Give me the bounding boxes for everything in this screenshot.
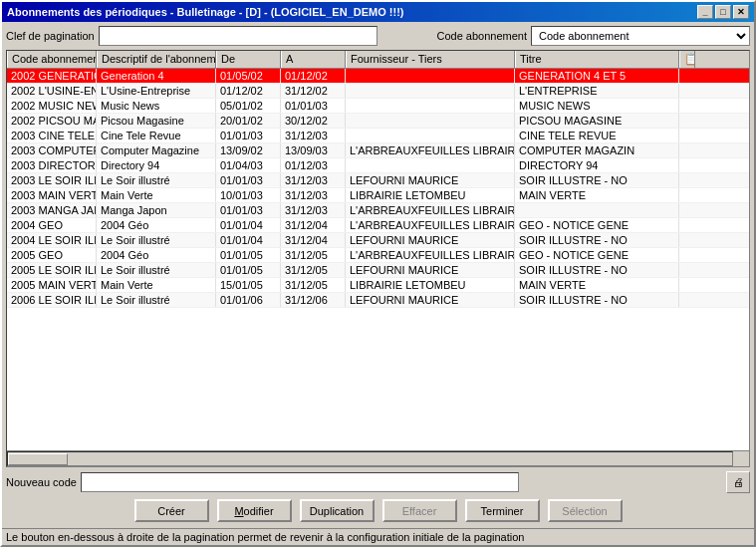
horizontal-scrollbar[interactable] [7, 450, 749, 466]
table-cell: GENERATION 4 ET 5 [515, 69, 679, 83]
table-cell: 31/12/04 [281, 233, 346, 247]
table-cell: SOIR ILLUSTRE - NO [515, 173, 679, 187]
minimize-button[interactable]: _ [697, 5, 713, 19]
table-cell: 31/12/05 [281, 278, 346, 292]
table-cell: L'ENTREPRISE [515, 84, 679, 98]
table-cell: 2004 Géo [97, 218, 216, 232]
table-cell: Manga Japon [97, 203, 216, 217]
print-button[interactable]: 🖨 [726, 471, 750, 493]
table-cell: 31/12/03 [281, 203, 346, 217]
top-bar: Clef de pagination Code abonnement Code … [6, 26, 750, 46]
table-cell: Le Soir illustré [97, 173, 216, 187]
code-dropdown[interactable]: Code abonnement [531, 26, 750, 46]
selection-button[interactable]: Sélection [548, 499, 623, 522]
code-label: Code abonnement [436, 30, 527, 42]
table-row[interactable]: 2004 LE SOIR ILLULe Soir illustré01/01/0… [7, 233, 749, 248]
table-cell: SOIR ILLUSTRE - NO [515, 263, 679, 277]
table-cell: 2003 MAIN VERTE [7, 188, 97, 202]
table-cell: 2002 L'USINE-ENTR [7, 84, 97, 98]
table-cell: 01/01/03 [216, 203, 281, 217]
table-row[interactable]: 2002 L'USINE-ENTRL'Usine-Entreprise01/12… [7, 84, 749, 99]
nouveau-code-bar: Nouveau code 🖨 [6, 471, 750, 493]
nouveau-code-label: Nouveau code [6, 476, 77, 488]
table-row[interactable]: 2003 LE SOIR ILLULe Soir illustré01/01/0… [7, 173, 749, 188]
table-header: Code abonnement Descriptif de l'abonneme… [7, 51, 749, 69]
table-cell: 01/12/02 [281, 69, 346, 83]
table-cell [346, 114, 515, 128]
modifier-button[interactable]: Modifier [217, 499, 292, 522]
table-cell: L'ARBREAUXFEUILLES LIBRAIRIE [346, 143, 515, 157]
table-row[interactable]: 2003 DIRECTORY SDirectory 9401/04/0301/1… [7, 158, 749, 173]
table-cell: SOIR ILLUSTRE - NO [515, 233, 679, 247]
col-header-de: De [216, 51, 281, 68]
table-cell: 31/12/03 [281, 129, 346, 142]
table-cell: 01/01/05 [216, 248, 281, 262]
table-cell: 01/01/06 [216, 293, 281, 307]
table-cell: 01/01/04 [216, 218, 281, 232]
table-cell: 2002 GENERATION [7, 69, 97, 83]
table-cell: COMPUTER MAGAZIN [515, 143, 679, 157]
table-cell: 2003 LE SOIR ILLU [7, 173, 97, 187]
table-cell: 01/05/02 [216, 69, 281, 83]
table-cell: 31/12/05 [281, 248, 346, 262]
table-cell: Generation 4 [97, 69, 216, 83]
table-cell: 2006 LE SOIR ILLU [7, 293, 97, 307]
table-cell: PICSOU MAGASINE [515, 114, 679, 128]
table-cell: 01/01/05 [216, 263, 281, 277]
table-cell: 2003 COMPUTER M [7, 143, 97, 157]
table-cell: 01/01/03 [216, 173, 281, 187]
table-cell: MAIN VERTE [515, 278, 679, 292]
table-cell: GEO - NOTICE GENE [515, 248, 679, 262]
terminer-button[interactable]: Terminer [465, 499, 540, 522]
effacer-button[interactable]: Effacer [382, 499, 457, 522]
table-row[interactable]: 2003 MAIN VERTEMain Verte10/01/0331/12/0… [7, 188, 749, 203]
table-row[interactable]: 2002 PICSOU MAGAPicsou Magasine20/01/023… [7, 114, 749, 129]
table-cell: LEFOURNI MAURICE [346, 233, 515, 247]
table-row[interactable]: 2003 MANGA JAPOManga Japon01/01/0331/12/… [7, 203, 749, 218]
table-cell: 01/01/03 [216, 129, 281, 142]
table-cell: 2003 CINE TELE RE [7, 129, 97, 142]
maximize-button[interactable]: □ [715, 5, 731, 19]
table-cell: 31/12/03 [281, 173, 346, 187]
hscroll-thumb[interactable] [8, 453, 68, 465]
table-row[interactable]: 2003 CINE TELE RECine Tele Revue01/01/03… [7, 129, 749, 143]
table-row[interactable]: 2005 MAIN VERTEMain Verte15/01/0531/12/0… [7, 278, 749, 293]
table-cell: 2002 MUSIC NEWS [7, 99, 97, 113]
table-cell: 2004 GEO [7, 218, 97, 232]
table-row[interactable]: 2006 LE SOIR ILLULe Soir illustré01/01/0… [7, 293, 749, 308]
table-cell: 10/01/03 [216, 188, 281, 202]
table-cell: 13/09/02 [216, 143, 281, 157]
table-cell: Music News [97, 99, 216, 113]
nouveau-code-input[interactable] [81, 472, 519, 492]
hscroll-track[interactable] [7, 451, 733, 466]
table-cell: Le Soir illustré [97, 293, 216, 307]
table-cell: 2002 PICSOU MAGA [7, 114, 97, 128]
table-cell: 2003 DIRECTORY S [7, 158, 97, 172]
title-bar: Abonnements des périodiques - Bulletinag… [2, 2, 754, 22]
table-row[interactable]: 2005 LE SOIR ILLULe Soir illustré01/01/0… [7, 263, 749, 278]
table-cell: 2005 LE SOIR ILLU [7, 263, 97, 277]
table-cell: DIRECTORY 94 [515, 158, 679, 172]
table-cell: 20/01/02 [216, 114, 281, 128]
table-body[interactable]: 2002 GENERATIONGeneration 401/05/0201/12… [7, 69, 749, 450]
col-header-desc: Descriptif de l'abonnement [97, 51, 216, 68]
table-cell: 30/12/02 [281, 114, 346, 128]
creer-button[interactable]: Créer [134, 499, 209, 522]
table-cell: 2003 MANGA JAPO [7, 203, 97, 217]
table-row[interactable]: 2005 GEO2004 Géo01/01/0531/12/05L'ARBREA… [7, 248, 749, 263]
duplication-button[interactable]: Duplication [300, 499, 375, 522]
col-header-scroll: 📋 [679, 51, 695, 68]
table-row[interactable]: 2004 GEO2004 Géo01/01/0431/12/04L'ARBREA… [7, 218, 749, 233]
table-cell [346, 129, 515, 142]
table-cell: 01/01/03 [281, 99, 346, 113]
table-row[interactable]: 2002 MUSIC NEWSMusic News05/01/0201/01/0… [7, 99, 749, 114]
table-row[interactable]: 2002 GENERATIONGeneration 401/05/0201/12… [7, 69, 749, 84]
pagination-input[interactable] [99, 26, 378, 46]
close-button[interactable]: ✕ [733, 5, 749, 19]
table-cell [346, 99, 515, 113]
table-row[interactable]: 2003 COMPUTER MComputer Magazine13/09/02… [7, 143, 749, 158]
window-controls: _ □ ✕ [697, 5, 749, 19]
table-cell: 2005 GEO [7, 248, 97, 262]
table-cell: Main Verte [97, 188, 216, 202]
data-table: Code abonnement Descriptif de l'abonneme… [6, 50, 750, 467]
